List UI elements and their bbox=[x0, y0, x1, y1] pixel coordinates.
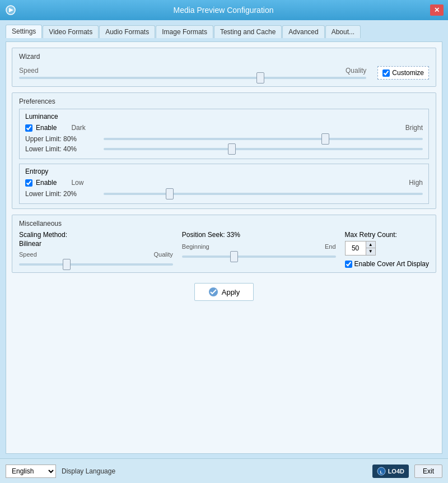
spinbox-up-arrow[interactable]: ▲ bbox=[366, 242, 375, 248]
misc-left: Scaling Method: Bilinear Speed Quality bbox=[19, 231, 173, 267]
bottom-bar: English French German Spanish Italian Ja… bbox=[0, 458, 448, 483]
wizard-slider-group: Speed Quality bbox=[19, 67, 366, 79]
entropy-enable-label: Enable bbox=[36, 179, 57, 187]
luminance-dark-label: Dark bbox=[71, 124, 85, 132]
lo4d-icon: L bbox=[377, 467, 386, 476]
apply-button-label: Apply bbox=[222, 288, 240, 296]
tab-advanced[interactable]: Advanced bbox=[282, 25, 324, 38]
luminance-upper-row: Upper Limit: 80% bbox=[25, 135, 423, 143]
wizard-content: Speed Quality Customize bbox=[19, 64, 429, 82]
luminance-upper-slider[interactable] bbox=[104, 138, 423, 140]
luminance-lower-label: Lower Limit: 40% bbox=[25, 145, 98, 153]
misc-position-slider[interactable] bbox=[182, 256, 336, 258]
app-icon bbox=[4, 4, 17, 16]
luminance-enable-label: Enable bbox=[36, 124, 57, 132]
customize-label: Customize bbox=[392, 69, 424, 77]
luminance-enable-checkbox[interactable] bbox=[25, 124, 32, 132]
luminance-subsection: Luminance Enable Dark Bright Upper Limit… bbox=[19, 109, 429, 159]
apply-button[interactable]: Apply bbox=[194, 283, 254, 301]
main-content: Settings Video Formats Audio Formats Ima… bbox=[0, 20, 448, 458]
entropy-enable-checkbox[interactable] bbox=[25, 179, 32, 187]
wizard-slider[interactable] bbox=[19, 77, 366, 79]
tab-about[interactable]: About... bbox=[325, 25, 361, 38]
lo4d-text: LO4D bbox=[388, 468, 404, 475]
misc-position-seek-label: Position Seek: 33% bbox=[182, 231, 240, 239]
customize-group: Customize bbox=[377, 66, 429, 80]
entropy-enable-row: Enable Low High bbox=[25, 179, 423, 187]
misc-right: Max Retry Count: 50 ▲ ▼ Enable Cover Art… bbox=[345, 231, 429, 268]
luminance-bright-label: Bright bbox=[405, 124, 423, 132]
svg-text:L: L bbox=[380, 470, 382, 475]
luminance-enable-row: Enable Dark Bright bbox=[25, 124, 423, 132]
customize-checkbox[interactable] bbox=[382, 69, 390, 77]
wizard-title: Wizard bbox=[19, 53, 429, 61]
misc-speed-label: Speed bbox=[19, 251, 37, 258]
luminance-title: Luminance bbox=[25, 113, 423, 120]
entropy-high-label: High bbox=[409, 179, 423, 187]
misc-quality-label: Quality bbox=[154, 251, 173, 258]
misc-spinbox: 50 ▲ ▼ bbox=[345, 241, 376, 256]
window-title: Media Preview Configuration bbox=[17, 6, 430, 15]
entropy-lower-slider[interactable] bbox=[104, 193, 423, 195]
misc-speed-quality-slider[interactable] bbox=[19, 263, 173, 266]
misc-begin-end-labels: Beginning End bbox=[182, 243, 336, 250]
lo4d-badge: L LO4D bbox=[372, 465, 409, 478]
entropy-low-label: Low bbox=[71, 179, 83, 187]
luminance-lower-slider[interactable] bbox=[104, 148, 423, 150]
close-button[interactable]: ✕ bbox=[430, 4, 444, 16]
misc-max-retry-label: Max Retry Count: bbox=[345, 231, 397, 239]
preferences-title: Preferences bbox=[19, 97, 429, 105]
entropy-lower-row: Lower Limit: 20% bbox=[25, 190, 423, 198]
display-language-label: Display Language bbox=[62, 467, 367, 475]
misc-speed-quality-labels: Speed Quality bbox=[19, 251, 173, 258]
misc-scaling-method-label: Scaling Method: bbox=[19, 231, 67, 239]
misc-middle: Position Seek: 33% Beginning End bbox=[182, 231, 336, 259]
luminance-upper-label: Upper Limit: 80% bbox=[25, 135, 98, 143]
tab-video-formats[interactable]: Video Formats bbox=[43, 25, 99, 38]
entropy-subsection: Entropy Enable Low High Lower Limit: 20% bbox=[19, 164, 429, 204]
cover-art-row: Enable Cover Art Display bbox=[345, 260, 429, 268]
apply-icon bbox=[208, 287, 218, 297]
language-select[interactable]: English French German Spanish Italian Ja… bbox=[6, 465, 56, 478]
cover-art-checkbox[interactable] bbox=[345, 261, 352, 268]
misc-scaling-method-value: Bilinear bbox=[19, 240, 41, 248]
misc-title: Miscellaneous bbox=[19, 220, 429, 227]
misc-end-label: End bbox=[325, 243, 336, 250]
wizard-section: Wizard Speed Quality Customize bbox=[12, 48, 436, 87]
preferences-section: Preferences Luminance Enable Dark Bright… bbox=[12, 92, 436, 209]
tab-testing-cache[interactable]: Testing and Cache bbox=[214, 25, 282, 38]
cover-art-label: Enable Cover Art Display bbox=[354, 260, 429, 268]
spinbox-arrows: ▲ ▼ bbox=[366, 242, 375, 255]
entropy-title: Entropy bbox=[25, 168, 423, 175]
spinbox-down-arrow[interactable]: ▼ bbox=[366, 248, 375, 255]
tab-settings[interactable]: Settings bbox=[6, 25, 42, 38]
misc-beginning-label: Beginning bbox=[182, 243, 209, 250]
title-bar: Media Preview Configuration ✕ bbox=[0, 0, 448, 20]
tab-bar: Settings Video Formats Audio Formats Ima… bbox=[6, 25, 442, 38]
miscellaneous-section: Miscellaneous Scaling Method: Bilinear S… bbox=[12, 215, 436, 273]
settings-panel: Wizard Speed Quality Customize Preferenc… bbox=[6, 41, 442, 454]
tab-image-formats[interactable]: Image Formats bbox=[156, 25, 213, 38]
entropy-lower-label: Lower Limit: 20% bbox=[25, 190, 98, 198]
luminance-lower-row: Lower Limit: 40% bbox=[25, 145, 423, 153]
exit-button[interactable]: Exit bbox=[414, 465, 442, 478]
apply-area: Apply bbox=[12, 278, 436, 305]
misc-retry-value: 50 bbox=[346, 243, 366, 253]
tab-audio-formats[interactable]: Audio Formats bbox=[99, 25, 155, 38]
